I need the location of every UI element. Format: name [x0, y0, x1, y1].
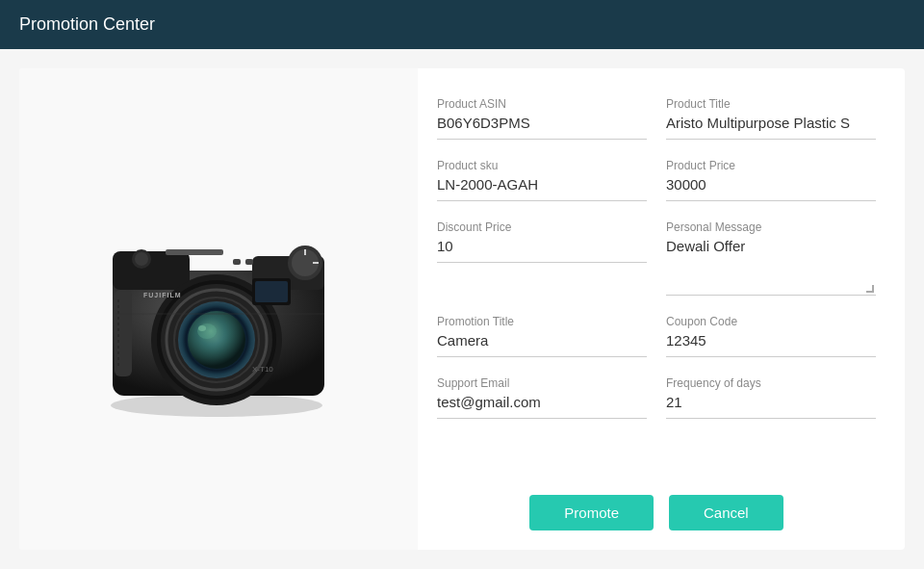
- discount-price-group: Discount Price 10: [437, 220, 647, 296]
- svg-rect-2: [113, 251, 190, 290]
- product-asin-value: B06Y6D3PMS: [437, 115, 647, 140]
- svg-rect-21: [255, 281, 288, 302]
- frequency-label: Frequency of days: [666, 376, 876, 390]
- promotion-title-value: Camera: [437, 332, 647, 357]
- coupon-code-label: Coupon Code: [666, 315, 876, 328]
- product-sku-label: Product sku: [437, 159, 647, 172]
- personal-message-label: Personal Message: [666, 220, 876, 234]
- promote-button[interactable]: Promote: [529, 495, 654, 530]
- form-row-1: Product ASIN B06Y6D3PMS Product Title Ar…: [437, 97, 876, 140]
- form-row-2: Product sku LN-2000-AGAH Product Price 3…: [437, 159, 876, 201]
- svg-point-19: [198, 325, 206, 331]
- product-sku-value: LN-2000-AGAH: [437, 176, 647, 201]
- personal-message-group: Personal Message Dewali Offer: [666, 220, 876, 296]
- cancel-button[interactable]: Cancel: [669, 495, 783, 530]
- button-row: Promote Cancel: [437, 479, 876, 530]
- svg-point-18: [197, 323, 217, 339]
- svg-rect-23: [245, 259, 253, 265]
- page-title: Promotion Center: [19, 14, 155, 35]
- discount-price-label: Discount Price: [437, 220, 647, 234]
- form-row-4: Promotion Title Camera Coupon Code 12345: [437, 315, 876, 357]
- coupon-code-value: 12345: [666, 332, 876, 357]
- frequency-group: Frequency of days 21: [666, 376, 876, 419]
- product-image: FUJIFILM X-T10: [64, 184, 372, 434]
- svg-point-17: [188, 311, 245, 369]
- support-email-group: Support Email test@gmail.com: [437, 376, 647, 419]
- coupon-code-group: Coupon Code 12345: [666, 315, 876, 357]
- support-email-value: test@gmail.com: [437, 394, 647, 419]
- promotion-title-label: Promotion Title: [437, 315, 647, 328]
- svg-point-9: [135, 252, 148, 266]
- svg-text:FUJIFILM: FUJIFILM: [143, 292, 182, 298]
- product-image-section: FUJIFILM X-T10: [19, 68, 418, 550]
- svg-rect-24: [115, 290, 132, 376]
- form-row-3: Discount Price 10 Personal Message Dewal…: [437, 220, 876, 296]
- product-asin-group: Product ASIN B06Y6D3PMS: [437, 97, 647, 140]
- product-price-value: 30000: [666, 176, 876, 201]
- svg-text:X-T10: X-T10: [252, 365, 273, 374]
- product-title-group: Product Title Aristo Multipurpose Plasti…: [666, 97, 876, 140]
- personal-message-value: Dewali Offer: [666, 238, 876, 296]
- form-row-5: Support Email test@gmail.com Frequency o…: [437, 376, 876, 419]
- form-section: Product ASIN B06Y6D3PMS Product Title Ar…: [418, 68, 905, 550]
- product-sku-group: Product sku LN-2000-AGAH: [437, 159, 647, 201]
- frequency-value: 21: [666, 394, 876, 419]
- product-title-value: Aristo Multipurpose Plastic S: [666, 115, 876, 140]
- support-email-label: Support Email: [437, 376, 647, 390]
- product-title-label: Product Title: [666, 97, 876, 111]
- main-content: FUJIFILM X-T10 Product ASIN B06Y6D3PMS P…: [19, 68, 905, 550]
- promotion-title-group: Promotion Title Camera: [437, 315, 647, 357]
- svg-rect-10: [166, 249, 223, 255]
- discount-price-value: 10: [437, 238, 647, 263]
- camera-svg: FUJIFILM X-T10: [74, 194, 363, 425]
- product-asin-label: Product ASIN: [437, 97, 647, 111]
- page-header: Promotion Center: [0, 0, 924, 49]
- resize-handle: [866, 285, 874, 293]
- product-price-label: Product Price: [666, 159, 876, 172]
- svg-rect-22: [233, 259, 241, 265]
- product-price-group: Product Price 30000: [666, 159, 876, 201]
